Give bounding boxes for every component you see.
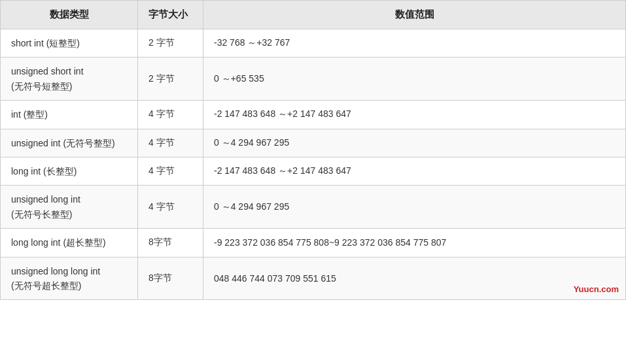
watermark: Yuucn.com [574, 284, 619, 294]
table-row: unsigned short int(无符号短整型)2 字节0 ～+65 535 [1, 58, 626, 101]
table-row: unsigned long long int(无符号超长整型)8字节048 44… [1, 257, 626, 300]
cell-type: unsigned long long int(无符号超长整型) [1, 257, 138, 300]
cell-range: -2 147 483 648 ～+2 147 483 647 [203, 157, 626, 185]
cell-size: 4 字节 [138, 157, 203, 185]
cell-size: 8字节 [138, 229, 203, 257]
col-header-size: 字节大小 [138, 1, 203, 29]
table-row: short int (短整型)2 字节-32 768 ～+32 767 [1, 29, 626, 58]
cell-type: unsigned long int(无符号长整型) [1, 186, 138, 229]
col-header-range: 数值范围 [203, 1, 626, 29]
cell-range: 0 ～+65 535 [203, 58, 626, 101]
data-table: 数据类型 字节大小 数值范围 short int (短整型)2 字节-32 76… [0, 0, 626, 300]
table-row: unsigned long int(无符号长整型)4 字节0 ～4 294 96… [1, 186, 626, 229]
table-row: int (整型)4 字节-2 147 483 648 ～+2 147 483 6… [1, 101, 626, 129]
cell-type: long int (长整型) [1, 157, 138, 185]
cell-size: 2 字节 [138, 29, 203, 58]
cell-range: -9 223 372 036 854 775 808~9 223 372 036… [203, 229, 626, 257]
cell-size: 4 字节 [138, 129, 203, 157]
cell-size: 8字节 [138, 257, 203, 300]
table-row: long int (长整型)4 字节-2 147 483 648 ～+2 147… [1, 157, 626, 185]
main-container: 数据类型 字节大小 数值范围 short int (短整型)2 字节-32 76… [0, 0, 626, 364]
cell-size: 4 字节 [138, 186, 203, 229]
cell-type: int (整型) [1, 101, 138, 129]
table-row: long long int (超长整型)8字节-9 223 372 036 85… [1, 229, 626, 257]
cell-size: 2 字节 [138, 58, 203, 101]
cell-range: 0 ～4 294 967 295 [203, 129, 626, 157]
cell-range: -32 768 ～+32 767 [203, 29, 626, 58]
cell-range: 048 446 744 073 709 551 615Yuucn.com [203, 257, 626, 300]
cell-range: 0 ～4 294 967 295 [203, 186, 626, 229]
cell-size: 4 字节 [138, 101, 203, 129]
cell-range: -2 147 483 648 ～+2 147 483 647 [203, 101, 626, 129]
table-row: unsigned int (无符号整型)4 字节0 ～4 294 967 295 [1, 129, 626, 157]
table-header-row: 数据类型 字节大小 数值范围 [1, 1, 626, 29]
cell-type: long long int (超长整型) [1, 229, 138, 257]
cell-type: short int (短整型) [1, 29, 138, 58]
cell-type: unsigned short int(无符号短整型) [1, 58, 138, 101]
col-header-type: 数据类型 [1, 1, 138, 29]
cell-type: unsigned int (无符号整型) [1, 129, 138, 157]
